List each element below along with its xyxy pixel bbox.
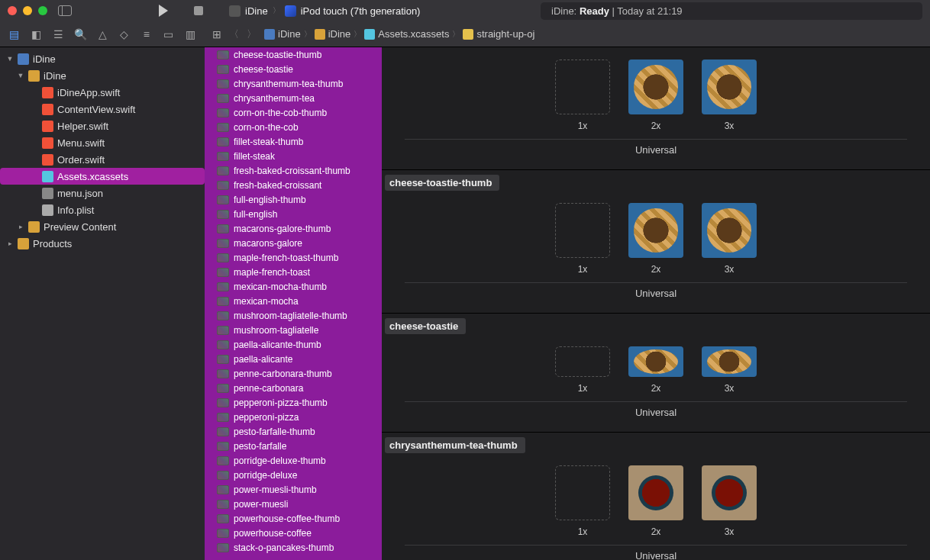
asset-group-title[interactable]: chrysanthemum-tea-thumb (385, 437, 525, 453)
asset-list-item[interactable]: cheese-toastie (205, 62, 382, 76)
scale-slot[interactable]: 3x (702, 60, 757, 131)
scale-slot[interactable]: 2x (628, 346, 683, 394)
scale-slot[interactable]: 3x (702, 465, 757, 537)
empty-image-well[interactable] (555, 465, 610, 520)
disclosure-triangle-icon[interactable]: ▼ (6, 55, 14, 63)
asset-list-item[interactable]: fresh-baked-croissant (205, 178, 382, 192)
asset-list-item[interactable]: chrysanthemum-tea-thumb (205, 76, 382, 91)
asset-list-item[interactable]: corn-on-the-cob (205, 120, 382, 134)
asset-list-item[interactable]: porridge-deluxe-thumb (205, 453, 382, 468)
scale-slot[interactable]: 1x (555, 60, 610, 131)
asset-list-item[interactable]: paella-alicante-thumb (205, 337, 382, 352)
back-button[interactable]: 〈 (229, 27, 239, 41)
scale-slot[interactable]: 1x (555, 346, 610, 394)
scale-slot[interactable]: 3x (702, 346, 757, 394)
asset-list-item[interactable]: mushroom-tagliatelle-thumb (205, 308, 382, 323)
asset-list-item[interactable]: fillet-steak (205, 149, 382, 163)
toggle-navigator-icon[interactable] (58, 5, 72, 16)
breadcrumb-label[interactable]: straight-up-oj (476, 28, 534, 40)
asset-image[interactable] (628, 346, 683, 377)
asset-list-item[interactable]: full-english (205, 207, 382, 221)
asset-list-item[interactable]: porridge-deluxe (205, 468, 382, 482)
navigator-row[interactable]: ▼iDine (0, 50, 205, 67)
navigator-row[interactable]: Info.plist (0, 201, 205, 218)
asset-list-item[interactable]: mexican-mocha-thumb (205, 279, 382, 294)
asset-list-item[interactable]: cheese-toastie-thumb (205, 47, 382, 62)
breadcrumb[interactable]: iDine〉iDine〉Assets.xcassets〉straight-up-… (264, 28, 534, 40)
scale-slot[interactable]: 2x (628, 203, 683, 275)
breadcrumb-label[interactable]: iDine (278, 28, 301, 40)
asset-image[interactable] (628, 203, 683, 258)
issue-navigator-icon[interactable]: △ (96, 27, 109, 41)
asset-list-item[interactable]: maple-french-toast (205, 265, 382, 279)
breadcrumb-label[interactable]: iDine (328, 28, 351, 40)
source-control-navigator-icon[interactable]: ◧ (30, 27, 43, 41)
empty-image-well[interactable] (555, 346, 610, 377)
asset-list-item[interactable]: corn-on-the-cob-thumb (205, 105, 382, 120)
asset-image[interactable] (702, 60, 757, 114)
run-button[interactable] (159, 5, 168, 17)
navigator-row[interactable]: Helper.swift (0, 117, 205, 134)
project-navigator-icon[interactable]: ▤ (8, 27, 21, 41)
report-navigator-icon[interactable]: ▥ (184, 27, 197, 41)
asset-group-title[interactable]: cheese-toastie-thumb (385, 175, 499, 191)
stop-button[interactable] (194, 6, 203, 15)
asset-list[interactable]: cheese-toastie-thumbcheese-toastiechrysa… (205, 47, 382, 560)
scale-slot[interactable]: 2x (628, 465, 683, 537)
minimize-window-button[interactable] (23, 6, 32, 15)
empty-image-well[interactable] (555, 203, 610, 258)
asset-list-item[interactable]: chrysanthemum-tea (205, 91, 382, 105)
asset-canvas[interactable]: 1x2x3xUniversalcheese-toastie-thumb1x2x3… (382, 47, 930, 560)
disclosure-triangle-icon[interactable]: ▸ (17, 223, 24, 230)
scale-slot[interactable]: 1x (555, 465, 610, 537)
debug-navigator-icon[interactable]: ≡ (140, 27, 153, 41)
asset-list-item[interactable]: stack-o-pancakes-thumb (205, 540, 382, 555)
asset-image[interactable] (628, 60, 683, 114)
asset-list-item[interactable]: penne-carbonara-thumb (205, 366, 382, 381)
asset-image[interactable] (702, 203, 757, 258)
navigator-row[interactable]: menu.json (0, 185, 205, 201)
breakpoint-navigator-icon[interactable]: ▭ (162, 27, 175, 41)
asset-list-item[interactable]: macarons-galore (205, 236, 382, 250)
test-navigator-icon[interactable]: ◇ (118, 27, 131, 41)
asset-list-item[interactable]: pepperoni-pizza (205, 410, 382, 424)
asset-list-item[interactable]: penne-carbonara (205, 381, 382, 395)
breadcrumb-label[interactable]: Assets.xcassets (378, 28, 449, 40)
related-items-icon[interactable]: ⊞ (212, 28, 221, 40)
forward-button[interactable]: 〉 (247, 27, 257, 41)
asset-list-item[interactable]: mushroom-tagliatelle (205, 323, 382, 337)
navigator-row[interactable]: ContentView.swift (0, 101, 205, 117)
asset-image[interactable] (702, 346, 757, 377)
asset-list-item[interactable]: powerhouse-coffee-thumb (205, 511, 382, 526)
scale-slot[interactable]: 3x (702, 203, 757, 275)
disclosure-triangle-icon[interactable]: ▸ (6, 240, 14, 247)
navigator-row[interactable]: ▼iDine (0, 67, 205, 84)
navigator-row[interactable]: ▸Products (0, 235, 205, 252)
navigator-row[interactable]: ▸Preview Content (0, 218, 205, 235)
navigator-row[interactable]: iDineApp.swift (0, 84, 205, 101)
asset-image[interactable] (628, 465, 683, 520)
disclosure-triangle-icon[interactable]: ▼ (17, 72, 24, 79)
asset-image[interactable] (702, 465, 757, 520)
asset-list-item[interactable]: pesto-farfalle (205, 439, 382, 453)
asset-list-item[interactable]: maple-french-toast-thumb (205, 250, 382, 265)
scale-slot[interactable]: 1x (555, 203, 610, 275)
zoom-window-button[interactable] (38, 6, 47, 15)
navigator-row[interactable]: Order.swift (0, 151, 205, 168)
scale-slot[interactable]: 2x (628, 60, 683, 131)
asset-list-item[interactable]: mexican-mocha (205, 294, 382, 308)
asset-list-item[interactable]: powerhouse-coffee (205, 526, 382, 540)
find-navigator-icon[interactable]: 🔍 (74, 27, 87, 41)
navigator-row[interactable]: Assets.xcassets (0, 168, 205, 185)
asset-list-item[interactable]: power-muesli (205, 497, 382, 511)
asset-list-item[interactable]: macarons-galore-thumb (205, 221, 382, 236)
asset-list-item[interactable]: fillet-steak-thumb (205, 134, 382, 149)
asset-list-item[interactable]: pepperoni-pizza-thumb (205, 395, 382, 410)
asset-list-item[interactable]: full-english-thumb (205, 192, 382, 207)
close-window-button[interactable] (8, 6, 17, 15)
asset-list-item[interactable]: paella-alicante (205, 352, 382, 366)
asset-list-item[interactable]: fresh-baked-croissant-thumb (205, 163, 382, 178)
asset-list-item[interactable]: pesto-farfalle-thumb (205, 424, 382, 439)
asset-group-title[interactable]: cheese-toastie (385, 318, 466, 334)
empty-image-well[interactable] (555, 60, 610, 114)
